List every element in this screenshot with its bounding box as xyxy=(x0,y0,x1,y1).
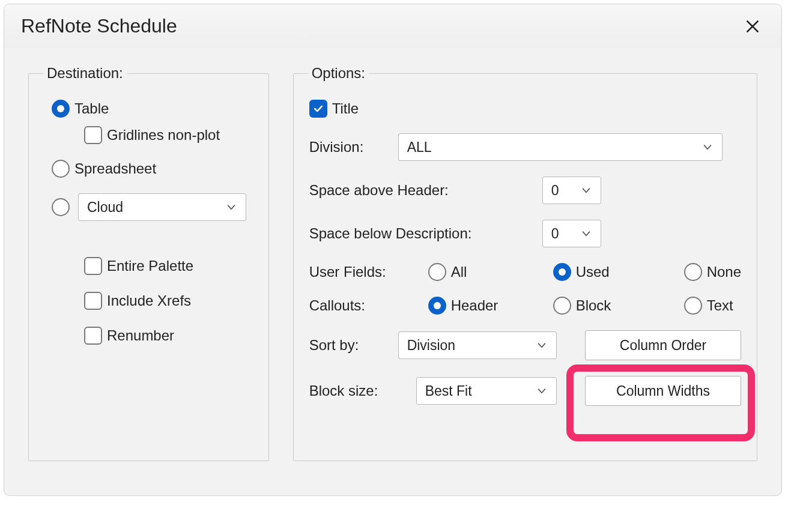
space-below-label: Space below Description: xyxy=(309,225,532,242)
renumber-label: Renumber xyxy=(107,327,174,344)
refnote-schedule-dialog: RefNote Schedule Destination: Table Grid… xyxy=(4,4,782,496)
entire-palette-checkbox[interactable]: Entire Palette xyxy=(84,257,193,275)
co-header-label: Header xyxy=(451,297,498,314)
gridlines-checkbox[interactable]: Gridlines non-plot xyxy=(84,126,220,144)
space-above-select[interactable]: 0 xyxy=(542,177,601,204)
destination-radio-table-label: Table xyxy=(74,100,109,117)
callouts-label: Callouts: xyxy=(309,297,417,314)
title-checkbox[interactable]: Title xyxy=(309,100,359,118)
column-order-button[interactable]: Column Order xyxy=(585,330,741,360)
block-size-select[interactable]: Best Fit xyxy=(416,377,557,405)
close-button[interactable] xyxy=(742,16,763,37)
titlebar: RefNote Schedule xyxy=(4,4,781,48)
cloud-select[interactable]: Cloud xyxy=(78,193,246,221)
uf-none-label: None xyxy=(707,264,741,280)
destination-radio-table[interactable]: Table xyxy=(52,100,109,118)
sort-by-label: Sort by: xyxy=(309,337,387,354)
include-xrefs-label: Include Xrefs xyxy=(107,292,191,309)
column-widths-button[interactable]: Column Widths xyxy=(585,376,741,406)
cloud-select-value: Cloud xyxy=(87,199,123,216)
block-size-label: Block size: xyxy=(309,382,405,399)
user-fields-radio-used[interactable]: Used xyxy=(553,263,649,281)
dialog-title: RefNote Schedule xyxy=(21,15,177,37)
user-fields-radio-none[interactable]: None xyxy=(684,263,741,281)
division-label: Division: xyxy=(309,139,387,156)
block-size-value: Best Fit xyxy=(425,383,472,399)
space-below-select[interactable]: 0 xyxy=(542,220,601,247)
options-legend: Options: xyxy=(308,65,369,82)
destination-radio-cloud[interactable] xyxy=(52,198,70,216)
renumber-checkbox[interactable]: Renumber xyxy=(84,327,174,345)
destination-radio-spreadsheet-label: Spreadsheet xyxy=(74,160,156,177)
sort-by-value: Division xyxy=(407,337,456,354)
user-fields-label: User Fields: xyxy=(309,264,417,280)
space-above-value: 0 xyxy=(551,183,559,199)
chevron-down-icon xyxy=(225,201,237,213)
callouts-radio-header[interactable]: Header xyxy=(428,297,518,315)
space-below-value: 0 xyxy=(551,226,559,242)
uf-used-label: Used xyxy=(576,264,610,280)
close-icon xyxy=(745,19,760,34)
gridlines-label: Gridlines non-plot xyxy=(107,127,220,144)
destination-group: Destination: Table Gridlines non-plot xyxy=(28,65,269,461)
destination-radio-spreadsheet[interactable]: Spreadsheet xyxy=(52,160,156,178)
title-checkbox-label: Title xyxy=(332,100,359,117)
include-xrefs-checkbox[interactable]: Include Xrefs xyxy=(84,292,191,310)
callouts-radio-text[interactable]: Text xyxy=(684,297,733,315)
user-fields-radio-all[interactable]: All xyxy=(428,263,518,281)
sort-by-select[interactable]: Division xyxy=(398,331,557,359)
space-above-label: Space above Header: xyxy=(309,182,532,199)
options-group: Options: Title Division: ALL Space above… xyxy=(293,65,757,461)
chevron-down-icon xyxy=(536,385,548,397)
chevron-down-icon xyxy=(536,339,548,351)
callouts-radio-block[interactable]: Block xyxy=(553,297,649,315)
division-select-value: ALL xyxy=(407,139,432,156)
chevron-down-icon xyxy=(580,228,592,240)
destination-legend: Destination: xyxy=(43,65,127,82)
chevron-down-icon xyxy=(580,184,592,196)
division-select[interactable]: ALL xyxy=(398,133,723,161)
co-text-label: Text xyxy=(707,297,733,314)
chevron-down-icon xyxy=(702,141,714,153)
co-block-label: Block xyxy=(576,297,611,314)
uf-all-label: All xyxy=(451,264,467,280)
entire-palette-label: Entire Palette xyxy=(107,258,193,274)
